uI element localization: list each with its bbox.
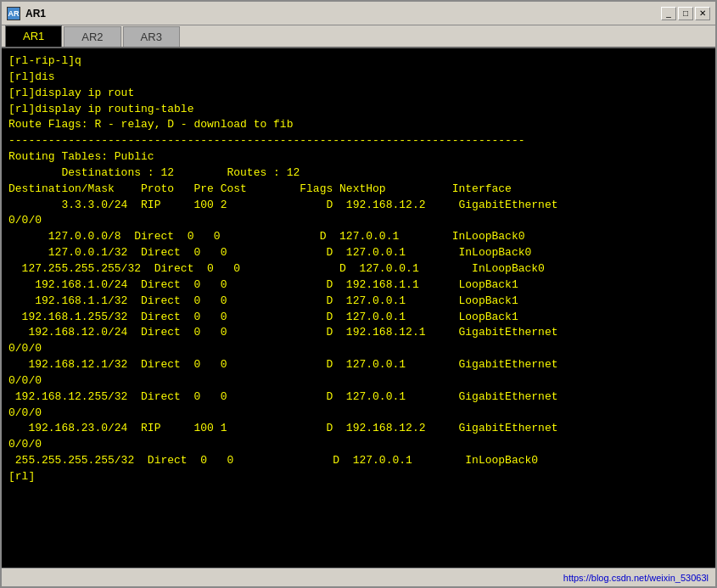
terminal-line: 192.168.1.1/32 Direct 0 0 D 127.0.0.1 Lo… [8,294,709,310]
terminal-line: 127.255.255.255/32 Direct 0 0 D 127.0.0.… [8,261,709,277]
terminal-line: [rl] [8,469,709,485]
tab-ar2[interactable]: AR2 [64,26,120,47]
window-title: AR1 [25,8,46,20]
main-window: AR AR1 _ □ ✕ AR1 AR2 AR3 [rl-rip-l]q[rl]… [0,0,717,588]
terminal-output[interactable]: [rl-rip-l]q[rl]dis[rl]display ip rout[rl… [2,48,715,568]
terminal-line: 192.168.12.255/32 Direct 0 0 D 127.0.0.1… [8,389,709,406]
tabs-bar: AR1 AR2 AR3 [2,25,715,48]
status-bar: https://blog.csdn.net/weixin_53063l [2,568,715,586]
terminal-line: 0/0/0 [8,213,709,229]
restore-button[interactable]: □ [678,7,693,20]
minimize-button[interactable]: _ [661,7,676,20]
terminal-line: 192.168.1.0/24 Direct 0 0 D 192.168.1.1 … [8,277,709,294]
terminal-line: 192.168.1.255/32 Direct 0 0 D 127.0.0.1 … [8,310,709,326]
tab-ar1[interactable]: AR1 [5,25,62,47]
title-bar: AR AR1 _ □ ✕ [2,2,715,25]
terminal-line: ----------------------------------------… [8,133,709,149]
terminal-line: 255.255.255.255/32 Direct 0 0 D 127.0.0.… [8,453,709,469]
status-url: https://blog.csdn.net/weixin_53063l [563,573,709,583]
terminal-line: 0/0/0 [8,437,709,453]
close-button[interactable]: ✕ [695,7,710,20]
terminal-line: 0/0/0 [8,373,709,389]
terminal-line: 127.0.0.1/32 Direct 0 0 D 127.0.0.1 InLo… [8,245,709,261]
terminal-line: Destination/Mask Proto Pre Cost Flags Ne… [8,182,709,198]
terminal-line: 192.168.12.0/24 Direct 0 0 D 192.168.12.… [8,325,709,341]
terminal-line: [rl]display ip rout [8,86,709,102]
tab-ar3[interactable]: AR3 [123,26,180,47]
terminal-line: [rl]dis [8,70,709,86]
terminal-line: Destinations : 12 Routes : 12 [8,165,709,182]
terminal-line: 192.168.12.1/32 Direct 0 0 D 127.0.0.1 G… [8,357,709,373]
terminal-line: Route Flags: R - relay, D - download to … [8,117,709,133]
terminal-line: 127.0.0.0/8 Direct 0 0 D 127.0.0.1 InLoo… [8,229,709,245]
terminal-line: 0/0/0 [8,341,709,357]
terminal-line: [rl]display ip routing-table [8,102,709,118]
terminal-line: 3.3.3.0/24 RIP 100 2 D 192.168.12.2 Giga… [8,198,709,214]
terminal-line: 0/0/0 [8,406,709,422]
title-controls: _ □ ✕ [661,7,710,20]
terminal-line: [rl-rip-l]q [8,53,709,70]
title-bar-left: AR AR1 [7,7,46,20]
window-icon: AR [7,7,20,20]
terminal-line: Routing Tables: Public [8,149,709,165]
terminal-line: 192.168.23.0/24 RIP 100 1 D 192.168.12.2… [8,421,709,437]
